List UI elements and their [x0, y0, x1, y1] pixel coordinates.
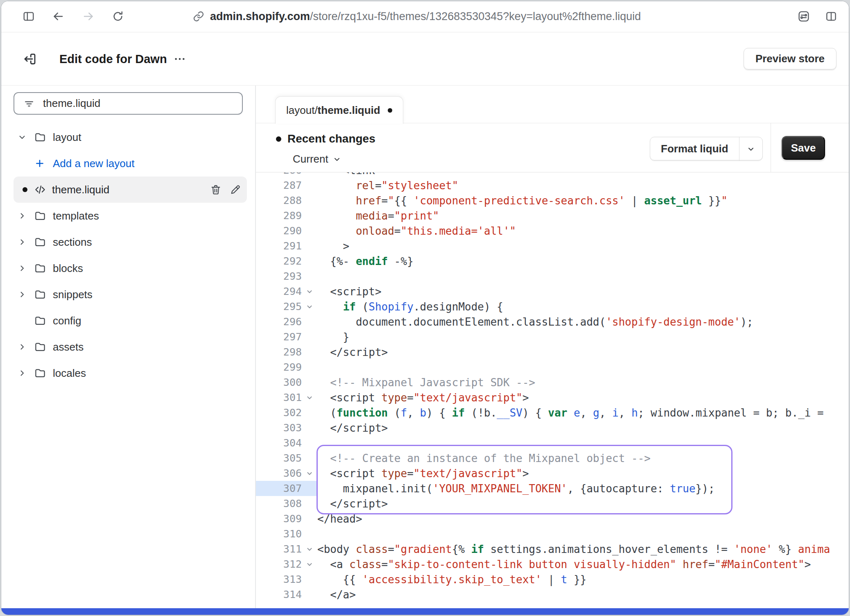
add-new-layout-button[interactable]: Add a new layout [1, 150, 255, 177]
line-number[interactable]: 294 [256, 285, 302, 297]
fold-chevron-icon[interactable] [302, 288, 317, 296]
line-number[interactable]: 290 [256, 225, 302, 237]
code-line: 297 } [256, 329, 849, 344]
line-gutter: 304 [256, 435, 317, 451]
fold-chevron-icon[interactable] [302, 469, 317, 478]
line-number[interactable]: 300 [256, 376, 302, 388]
chevron-right-icon[interactable] [16, 368, 28, 378]
code-line: 299 [256, 360, 849, 375]
sidebar-item-theme-liquid[interactable]: theme.liquid [14, 177, 247, 203]
chevron-down-icon[interactable] [16, 132, 28, 142]
sidebar-item-templates[interactable]: templates [1, 203, 255, 229]
sidebar-toggle-icon[interactable] [23, 10, 35, 23]
chevron-right-icon[interactable] [16, 342, 28, 352]
address-bar[interactable]: admin.shopify.com/store/rzq1xu-f5/themes… [210, 10, 641, 23]
line-gutter: 314 [256, 587, 317, 602]
format-liquid-button[interactable]: Format liquid [650, 137, 763, 161]
search-input[interactable] [42, 97, 242, 110]
line-number[interactable]: 291 [256, 240, 302, 252]
line-gutter: 302 [256, 405, 317, 420]
app-header: Edit code for Dawn Preview store [1, 32, 849, 86]
code-line: 304 [256, 435, 849, 451]
line-gutter: 291 [256, 238, 317, 254]
forward-icon[interactable] [82, 10, 95, 23]
fold-chevron-icon[interactable] [302, 560, 317, 568]
code-line: 309</head> [256, 511, 849, 526]
code-line: 290 onload="this.media='all'" [256, 223, 849, 238]
line-gutter: 299 [256, 360, 317, 375]
line-number[interactable]: 305 [256, 452, 302, 464]
page-title: Edit code for Dawn [59, 52, 167, 66]
line-number[interactable]: 297 [256, 331, 302, 343]
extensions-icon[interactable] [797, 10, 810, 23]
line-number[interactable]: 293 [256, 270, 302, 282]
save-button[interactable]: Save [782, 136, 825, 160]
sidebar-item-config[interactable]: config [1, 308, 255, 334]
version-dropdown[interactable]: Current [293, 153, 341, 165]
line-number[interactable]: 303 [256, 422, 302, 434]
line-gutter: 305 [256, 451, 317, 466]
preview-store-button[interactable]: Preview store [744, 48, 836, 70]
line-gutter: 286 [256, 172, 317, 178]
sidebar-item-assets[interactable]: assets [1, 334, 255, 360]
sidebar-item-snippets[interactable]: snippets [1, 281, 255, 308]
line-number[interactable]: 314 [256, 589, 302, 600]
line-number[interactable]: 287 [256, 179, 302, 191]
line-number[interactable]: 313 [256, 573, 302, 585]
line-number[interactable]: 295 [256, 301, 302, 313]
sidebar-item-layout[interactable]: layout [1, 124, 255, 150]
line-number[interactable]: 308 [256, 498, 302, 510]
sidebar-item-label: blocks [53, 262, 83, 275]
code-line: 306 <script type="text/javascript"> [256, 466, 849, 481]
line-number[interactable]: 306 [256, 467, 302, 479]
line-gutter: 300 [256, 375, 317, 390]
line-number[interactable]: 298 [256, 346, 302, 358]
tab-theme-liquid[interactable]: layout/theme.liquid [275, 96, 403, 124]
file-search-box[interactable] [14, 92, 243, 115]
delete-file-icon[interactable] [210, 184, 222, 195]
line-number[interactable]: 312 [256, 558, 302, 570]
back-icon[interactable] [52, 10, 64, 23]
code-line: 308 </script> [256, 496, 849, 511]
fold-chevron-icon[interactable] [302, 394, 317, 402]
tab-file-name: theme.liquid [318, 104, 380, 117]
exit-editor-icon[interactable] [23, 52, 37, 66]
line-number[interactable]: 304 [256, 437, 302, 449]
line-number[interactable]: 310 [256, 528, 302, 540]
code-line: 305 <!-- Create an instance of the Mixpa… [256, 451, 849, 466]
line-number[interactable]: 307 [256, 482, 302, 494]
format-liquid-dropdown[interactable] [739, 137, 762, 161]
code-line: 291 > [256, 238, 849, 254]
line-gutter: 307 [256, 481, 317, 496]
chevron-right-icon[interactable] [16, 263, 28, 273]
code-text: </script> [317, 346, 388, 358]
fold-chevron-icon[interactable] [302, 545, 317, 553]
line-number[interactable]: 301 [256, 392, 302, 403]
editor-toolbar: Recent changes Current Format liquid Sav… [256, 123, 849, 172]
fold-chevron-icon[interactable] [302, 303, 317, 311]
editor-main: layout/theme.liquid Recent changes Curre… [256, 86, 849, 608]
code-editor[interactable]: 286 <link287 rel="stylesheet"288 href="{… [256, 172, 849, 608]
chevron-right-icon[interactable] [16, 237, 28, 247]
sidebar-item-locales[interactable]: locales [1, 360, 255, 386]
line-number[interactable]: 299 [256, 361, 302, 373]
line-number[interactable]: 309 [256, 513, 302, 525]
code-line: 295 if (Shopify.designMode) { [256, 299, 849, 314]
code-line: 298 </script> [256, 344, 849, 360]
code-line: 302 (function (f, b) { if (!b.__SV) { va… [256, 405, 849, 420]
split-view-icon[interactable] [825, 10, 837, 23]
more-actions-icon[interactable] [173, 52, 186, 66]
chevron-right-icon[interactable] [16, 290, 28, 299]
line-number[interactable]: 311 [256, 543, 302, 555]
line-number[interactable]: 296 [256, 316, 302, 328]
line-number[interactable]: 292 [256, 255, 302, 267]
chevron-right-icon[interactable] [16, 211, 28, 221]
rename-file-icon[interactable] [230, 184, 241, 195]
code-line: 303 </script> [256, 420, 849, 435]
reload-icon[interactable] [112, 10, 124, 23]
sidebar-item-blocks[interactable]: blocks [1, 255, 255, 281]
line-number[interactable]: 288 [256, 195, 302, 206]
sidebar-item-sections[interactable]: sections [1, 229, 255, 255]
line-number[interactable]: 302 [256, 407, 302, 419]
line-number[interactable]: 289 [256, 210, 302, 222]
